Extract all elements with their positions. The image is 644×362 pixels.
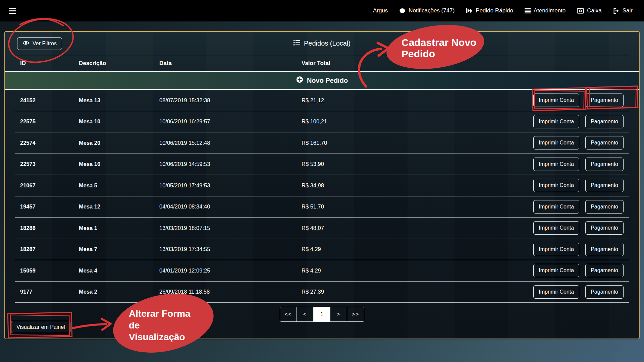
bulleted-list-icon: [293, 40, 300, 47]
imprimir-conta-button[interactable]: Imprimir Conta: [533, 200, 579, 214]
table-row: 21067 Mesa 5 10/05/2019 17:49:53 R$ 34,9…: [15, 175, 629, 196]
nav-item-label: Argus: [373, 7, 388, 14]
pagination-first-button[interactable]: <<: [280, 307, 297, 321]
panel-header: Ver Filtros Pedidos (Local): [15, 32, 629, 55]
nav-item-label: Caixa: [587, 7, 601, 14]
order-id: 21067: [20, 182, 79, 189]
pagination-last-button[interactable]: >>: [347, 307, 364, 321]
order-descricao: Mesa 7: [79, 246, 159, 252]
table-row: 22575 Mesa 10 10/06/2019 16:29:57 R$ 100…: [15, 111, 629, 133]
ver-filtros-label: Ver Filtros: [33, 41, 57, 47]
order-valor-total: R$ 34,98: [302, 182, 533, 189]
topbar-nav: Argus Notificações (747) Pedido Rápido A…: [373, 7, 633, 14]
pagamento-button[interactable]: Pagamento: [585, 243, 624, 256]
table-row: 15059 Mesa 4 04/01/2019 12:09:25 R$ 4,29…: [15, 260, 629, 282]
order-descricao: Mesa 10: [79, 118, 159, 125]
order-descricao: Mesa 1: [79, 225, 159, 231]
imprimir-conta-button[interactable]: Imprimir Conta: [533, 221, 579, 235]
pagamento-button[interactable]: Pagamento: [585, 94, 624, 107]
pedidos-screen: Argus Notificações (747) Pedido Rápido A…: [0, 0, 644, 362]
panel-title-label: Pedidos (Local): [304, 40, 351, 47]
pagination-next-button[interactable]: >: [330, 307, 347, 321]
row-actions: Imprimir Conta Pagamento: [533, 264, 629, 277]
table-row: 22574 Mesa 20 10/06/2019 15:12:48 R$ 161…: [15, 132, 629, 154]
order-id: 19457: [20, 203, 79, 210]
imprimir-conta-button[interactable]: Imprimir Conta: [533, 94, 579, 107]
order-descricao: Mesa 5: [79, 182, 159, 189]
pagamento-button[interactable]: Pagamento: [585, 285, 624, 299]
order-valor-total: R$ 48,07: [302, 225, 533, 231]
order-valor-total: R$ 27,39: [302, 289, 533, 295]
banknote-icon: [577, 8, 584, 14]
imprimir-conta-button[interactable]: Imprimir Conta: [533, 264, 579, 277]
order-valor-total: R$ 4,29: [302, 267, 533, 274]
row-actions: Imprimir Conta Pagamento: [533, 136, 629, 149]
order-descricao: Mesa 12: [79, 203, 159, 210]
col-header-data: Data: [159, 60, 302, 67]
table-header-row: ID Descrição Data Valor Total: [15, 55, 629, 71]
order-data: 10/06/2019 14:59:53: [159, 161, 302, 167]
orders-panel: Ver Filtros Pedidos (Local) ID Descrição…: [4, 31, 640, 339]
imprimir-conta-button[interactable]: Imprimir Conta: [533, 158, 579, 171]
nav-item-label: Atendimento: [534, 7, 566, 14]
order-descricao: Mesa 4: [79, 267, 159, 274]
row-actions: Imprimir Conta Pagamento: [533, 200, 629, 214]
order-id: 15059: [20, 267, 79, 274]
hamburger-menu-icon[interactable]: [9, 8, 16, 14]
pagamento-button[interactable]: Pagamento: [585, 158, 624, 171]
order-data: 10/06/2019 16:29:57: [159, 118, 302, 125]
visualizar-em-painel-button[interactable]: Visualizar em Painel: [11, 321, 70, 333]
pagamento-button[interactable]: Pagamento: [585, 221, 624, 235]
row-actions: Imprimir Conta Pagamento: [533, 158, 629, 171]
nav-item-sair[interactable]: Sair: [613, 7, 633, 14]
order-descricao: Mesa 2: [79, 289, 159, 295]
order-data: 04/04/2019 08:34:40: [159, 203, 302, 210]
pagamento-button[interactable]: Pagamento: [585, 136, 624, 149]
pagamento-button[interactable]: Pagamento: [585, 200, 624, 214]
order-data: 08/07/2019 15:32:38: [159, 97, 302, 104]
imprimir-conta-button[interactable]: Imprimir Conta: [533, 285, 579, 299]
table-row: 9177 Mesa 2 26/09/2018 11:18:58 R$ 27,39…: [15, 282, 629, 303]
order-data: 10/06/2019 15:12:48: [159, 140, 302, 146]
imprimir-conta-button[interactable]: Imprimir Conta: [533, 179, 579, 192]
list-lines-icon: [525, 8, 531, 13]
order-descricao: Mesa 13: [79, 97, 159, 104]
nav-item-notificacoes[interactable]: Notificações (747): [399, 7, 454, 14]
imprimir-conta-button[interactable]: Imprimir Conta: [533, 136, 579, 149]
nav-item-label: Sair: [623, 7, 633, 14]
order-descricao: Mesa 16: [79, 161, 159, 167]
order-id: 24152: [20, 97, 79, 104]
pagination-current-page[interactable]: 1: [314, 307, 330, 321]
ver-filtros-button[interactable]: Ver Filtros: [17, 37, 62, 50]
order-valor-total: R$ 100,21: [302, 118, 533, 125]
pagamento-button[interactable]: Pagamento: [585, 115, 624, 128]
order-data: 26/09/2018 11:18:58: [159, 289, 302, 295]
chat-bubble-icon: [399, 8, 406, 14]
novo-pedido-button[interactable]: Novo Pedido: [5, 71, 639, 90]
pagination: << < 1 > >>: [5, 307, 639, 322]
pagamento-button[interactable]: Pagamento: [585, 264, 624, 277]
pagamento-button[interactable]: Pagamento: [585, 179, 624, 192]
order-id: 18288: [20, 225, 79, 231]
orders-rows: 24152 Mesa 13 08/07/2019 15:32:38 R$ 21,…: [15, 90, 629, 303]
nav-item-caixa[interactable]: Caixa: [577, 7, 601, 14]
nav-item-label: Pedido Rápido: [476, 7, 513, 14]
pagination-prev-button[interactable]: <: [297, 307, 314, 321]
row-actions: Imprimir Conta Pagamento: [533, 115, 629, 128]
nav-item-argus[interactable]: Argus: [373, 7, 388, 14]
row-actions: Imprimir Conta Pagamento: [533, 285, 629, 299]
order-data: 10/05/2019 17:49:53: [159, 182, 302, 189]
order-id: 18287: [20, 246, 79, 252]
panel-title: Pedidos (Local): [293, 40, 351, 47]
table-row: 22573 Mesa 16 10/06/2019 14:59:53 R$ 53,…: [15, 154, 629, 175]
order-id: 9177: [20, 289, 79, 295]
order-valor-total: R$ 4,29: [302, 246, 533, 252]
nav-item-pedido-rapido[interactable]: Pedido Rápido: [466, 7, 513, 14]
imprimir-conta-button[interactable]: Imprimir Conta: [533, 115, 579, 128]
imprimir-conta-button[interactable]: Imprimir Conta: [533, 243, 579, 256]
fast-forward-icon: [466, 8, 473, 13]
nav-item-atendimento[interactable]: Atendimento: [525, 7, 566, 14]
order-valor-total: R$ 53,90: [302, 161, 533, 167]
order-valor-total: R$ 161,70: [302, 140, 533, 146]
col-header-id: ID: [20, 60, 79, 67]
